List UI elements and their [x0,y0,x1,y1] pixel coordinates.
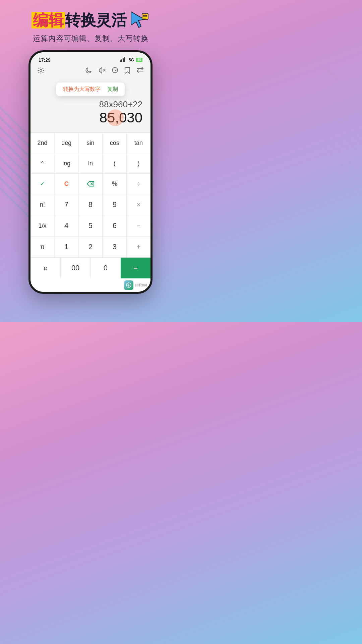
watermark: 好手游网 [31,278,150,292]
touch-indicator [107,109,124,126]
key-close-paren[interactable]: ) [127,153,150,173]
key-factorial[interactable]: n! [31,194,55,215]
key-reciprocal[interactable]: 1/x [31,215,55,236]
keypad-row-2: ^ log ln ( ) [31,153,150,174]
promo-section: 编辑 转换 灵活 运算内容可编辑、复制、大写转换 [0,0,181,47]
key-multiply[interactable]: × [127,194,150,215]
keypad-row-6: π 1 2 3 + [31,236,150,258]
key-deg[interactable]: deg [55,133,79,153]
keypad-row-3: ✓ C % ÷ [31,174,150,194]
key-plus[interactable]: + [127,236,150,257]
status-time: 17:29 [39,57,51,63]
promo-title-normal2: 灵活 [96,12,127,29]
keypad-row-4: n! 7 8 9 × [31,194,150,215]
key-1[interactable]: 1 [55,236,79,257]
key-sin[interactable]: sin [79,133,103,153]
moon-icon[interactable] [85,67,92,76]
promo-title: 编辑 转换 灵活 [10,10,171,30]
key-percent[interactable]: % [103,174,127,194]
key-divide[interactable]: ÷ [127,174,150,194]
settings-icon[interactable] [37,67,45,76]
key-equals[interactable]: = [121,258,150,278]
key-open-paren[interactable]: ( [103,153,127,173]
key-clear[interactable]: C [55,174,79,194]
context-menu: 转换为大写数字 复制 [56,83,125,96]
key-5[interactable]: 5 [79,215,103,236]
mute-icon[interactable] [98,67,106,76]
copy-button[interactable]: 复制 [107,86,118,93]
keypad-row-5: 1/x 4 5 6 − [31,215,150,236]
status-bar: 17:29 5G 60 [31,52,150,65]
swap-icon[interactable] [136,67,144,76]
keypad-row-1: 2nd deg sin cos tan [31,133,150,153]
key-cos[interactable]: cos [103,133,127,153]
key-sqrt[interactable]: ✓ [31,174,55,194]
key-6[interactable]: 6 [103,215,127,236]
cursor-icon [129,10,149,30]
signal-icon [120,57,127,63]
display-area: 转换为大写数字 复制 88x960+22 85,030 [31,79,150,132]
svg-rect-24 [120,60,121,62]
key-4[interactable]: 4 [55,215,79,236]
key-double-zero[interactable]: 00 [61,258,91,278]
watermark-logo [124,280,133,290]
key-euler[interactable]: e [31,258,61,278]
promo-subtitle: 运算内容可编辑、复制、大写转换 [10,34,171,44]
watermark-text: 好手游网 [135,283,147,287]
phone-device: 17:29 5G 60 [28,50,153,294]
result-display: 85,030 [37,110,144,126]
key-backspace[interactable] [79,174,103,194]
convert-button[interactable]: 转换为大写数字 [63,86,101,93]
key-pi[interactable]: π [31,236,55,257]
key-2nd[interactable]: 2nd [31,133,55,153]
keypad-row-7: e 00 0 = [31,258,150,278]
promo-title-normal1: 转换 [65,12,96,29]
svg-rect-26 [123,58,124,62]
phone-wrapper: 17:29 5G 60 [0,47,181,294]
toolbar-right-icons [85,67,144,76]
key-8[interactable]: 8 [79,194,103,215]
history-icon[interactable] [112,67,118,76]
key-0[interactable]: 0 [91,258,121,278]
svg-point-28 [40,69,42,71]
keypad: 2nd deg sin cos tan ^ log ln ( ) ✓ C [31,132,150,278]
key-3[interactable]: 3 [103,236,127,257]
svg-rect-25 [121,59,122,62]
key-2[interactable]: 2 [79,236,103,257]
key-7[interactable]: 7 [55,194,79,215]
key-9[interactable]: 9 [103,194,127,215]
key-ln[interactable]: ln [79,153,103,173]
key-log[interactable]: log [55,153,79,173]
network-label: 5G [129,58,134,62]
key-power[interactable]: ^ [31,153,55,173]
key-minus[interactable]: − [127,215,150,236]
app-toolbar [31,65,150,79]
key-tan[interactable]: tan [127,133,150,153]
svg-rect-20 [142,13,148,19]
promo-title-highlight: 编辑 [32,12,65,29]
battery-badge: 60 [136,58,142,62]
status-right: 5G 60 [120,57,142,63]
svg-rect-27 [124,57,125,62]
bookmark-icon[interactable] [124,67,130,76]
